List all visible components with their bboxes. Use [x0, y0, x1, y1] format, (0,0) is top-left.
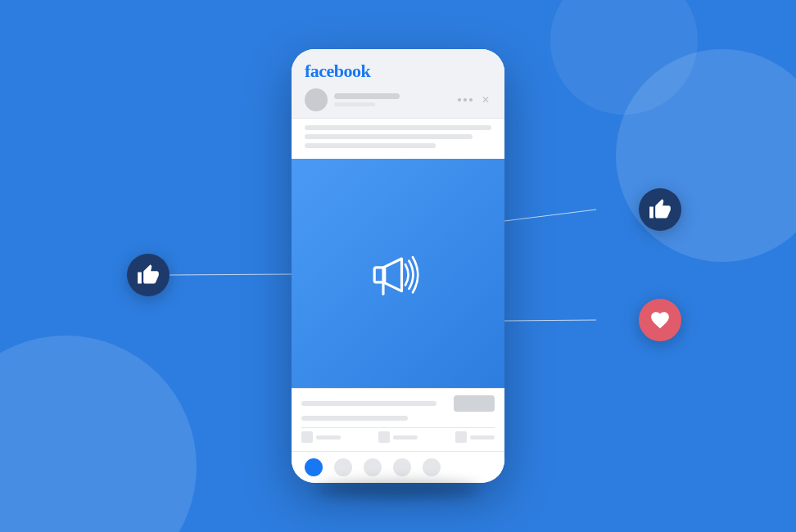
share-icon-sm	[455, 431, 467, 443]
text-line-1	[305, 125, 491, 130]
avatar	[305, 88, 328, 111]
facebook-logo: facebook	[305, 61, 491, 82]
footer-row-2	[301, 416, 495, 421]
ad-image-area	[292, 159, 504, 388]
reaction-like	[301, 431, 341, 443]
nav-friends	[334, 458, 352, 476]
phone-mockup: facebook ✕	[292, 49, 504, 483]
reaction-share	[455, 431, 495, 443]
megaphone-icon	[361, 237, 435, 310]
post-menu: ✕	[458, 94, 491, 106]
like-button-left[interactable]	[127, 254, 170, 296]
share-count-bar	[470, 435, 495, 440]
comment-icon-sm	[378, 431, 390, 443]
subtitle-placeholder	[334, 102, 375, 106]
footer-bar-2	[301, 416, 408, 421]
heart-icon	[649, 309, 671, 331]
name-placeholder	[334, 93, 400, 99]
footer-row-1	[301, 395, 495, 412]
comment-count-bar	[393, 435, 418, 440]
bg-decoration-circle-1	[0, 336, 197, 532]
phone-body: facebook ✕	[292, 49, 504, 483]
reaction-row	[301, 427, 495, 446]
thumb-up-icon-left	[137, 264, 160, 286]
nav-watch	[364, 458, 382, 476]
post-header-info	[334, 93, 451, 106]
post-footer	[292, 388, 504, 451]
post-header: ✕	[305, 88, 491, 111]
cta-button-placeholder	[454, 395, 495, 412]
menu-dot-2	[464, 98, 467, 101]
menu-dot-3	[469, 98, 473, 101]
nav-home	[305, 458, 323, 476]
bottom-nav	[292, 451, 504, 483]
footer-bar-1	[301, 401, 436, 406]
text-line-2	[305, 134, 473, 139]
svg-line-2	[504, 320, 596, 321]
menu-dot-1	[458, 98, 461, 101]
footer-text-area	[301, 395, 495, 421]
nav-notifications	[423, 458, 441, 476]
phone-shadow	[316, 481, 480, 498]
heart-button[interactable]	[639, 299, 681, 341]
reaction-comment	[378, 431, 418, 443]
svg-line-0	[170, 274, 292, 275]
close-icon: ✕	[480, 94, 491, 106]
thumb-up-icon-right	[649, 198, 672, 221]
like-button-right[interactable]	[639, 188, 681, 231]
text-line-3	[305, 143, 436, 148]
post-text-area	[292, 119, 504, 159]
svg-line-1	[504, 210, 596, 221]
like-count-bar	[316, 435, 341, 440]
phone-header: facebook ✕	[292, 49, 504, 119]
like-icon-sm	[301, 431, 313, 443]
nav-marketplace	[393, 458, 411, 476]
